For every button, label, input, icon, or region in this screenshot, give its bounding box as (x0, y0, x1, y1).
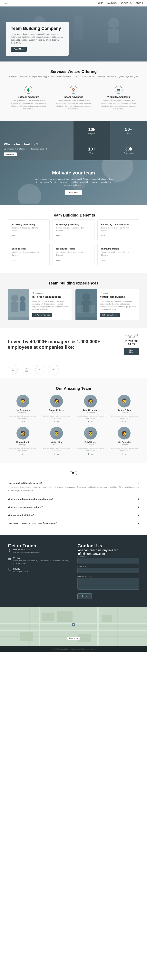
hero-section: Team Building Company Lorem ipsum dolor … (0, 6, 147, 62)
form-label-2: How can we help? (77, 575, 139, 577)
social-in-6[interactable]: in (91, 453, 93, 455)
benefit-more-link-5[interactable]: more (101, 259, 105, 261)
what-is-left: What is team building? Lorem ipsum dolor… (0, 121, 74, 160)
benefit-more-link-1[interactable]: more (56, 235, 60, 237)
contact-right-description: You can reach us anytime via info@compan… (77, 549, 139, 555)
social-in-7[interactable]: in (125, 453, 126, 455)
contact-item-content-1: OFFICE Grand Park 29th floor, office HQ … (13, 557, 70, 565)
nav-link[interactable]: HOME (96, 2, 103, 4)
hero-card: Team Building Company Lorem ipsum dolor … (6, 22, 69, 56)
social-tw-2[interactable]: t (90, 421, 90, 423)
contact-item-heading-2: PHONE (13, 568, 28, 570)
social-fb-1[interactable]: f (54, 421, 55, 423)
contact-icon-2: 📞 (8, 568, 11, 571)
stat-box-3: 30k Community (111, 141, 147, 161)
benefit-more-link-3[interactable]: more (11, 259, 16, 261)
experience-button-0[interactable]: In-Person Activities (32, 313, 52, 317)
faq-question-text-0: How much lead time do we need? (8, 482, 42, 484)
benefit-card: Improving morale Sample text. Click to s… (97, 244, 139, 265)
benefit-title-3: Building trust (11, 248, 46, 250)
nav-link[interactable]: PAGE 4 (136, 2, 143, 4)
social-in-3[interactable]: in (125, 421, 126, 423)
map-label: New York (67, 636, 80, 640)
social-tw-3[interactable]: t (123, 421, 124, 423)
social-fb-0[interactable]: f (21, 421, 21, 423)
social-tw-7[interactable]: t (123, 453, 124, 455)
benefit-more-link-2[interactable]: more (101, 235, 105, 237)
contact-left: Get in Touch 📍 I'M CHART TO US Use the c… (8, 543, 70, 599)
team-grid: 👨 Nat Reynolds Co-founder Short text abo… (8, 395, 139, 455)
social-tw-5[interactable]: t (56, 453, 57, 455)
hero-title: Team Building Company (11, 26, 64, 31)
contact-item-content-2: PHONE +1 (352) 984-1710 (13, 568, 28, 573)
benefit-card: Building trust Sample text. Click to sel… (8, 244, 50, 265)
faq-question-0[interactable]: How much lead time do we need? + (8, 482, 139, 484)
experience-image-0 (8, 290, 29, 320)
stat-number-3: 30k (125, 146, 132, 152)
team-card: 👨 Walter Lilly Manager Short text about … (42, 427, 72, 455)
svg-rect-20 (77, 305, 83, 313)
social-tw-6[interactable]: t (90, 453, 90, 455)
svg-rect-36 (102, 615, 112, 622)
hero-read-more-button[interactable]: Read More (11, 47, 27, 52)
social-fb-5[interactable]: f (54, 453, 55, 455)
company-icon-1: 📋 (22, 365, 32, 374)
stat-label-1: Team (126, 133, 131, 135)
benefit-more-link-0[interactable]: more (11, 235, 16, 237)
team-name-1: Jennie Roberts (42, 409, 72, 411)
experience-title-0: In-Person team building (32, 295, 69, 299)
social-tw-1[interactable]: t (56, 421, 57, 423)
faq-question-2[interactable]: What are your insurance options? + (8, 506, 139, 508)
experience-card: 📍 Virtual Virtual team building Lorem ip… (76, 290, 139, 320)
team-card: 👩 Ann Richmond Co-founder Short text abo… (76, 395, 106, 423)
form-input-1[interactable] (77, 568, 139, 573)
team-name-0: Nat Reynolds (8, 409, 38, 411)
experiences-section: Team building experiences 📍 In-Person In… (0, 273, 147, 328)
faq-question-3[interactable]: Who are your facilitators? + (8, 514, 139, 516)
loved-start-button[interactable]: Start Here (124, 348, 139, 355)
faq-item: What are good questions for team buildin… (8, 495, 139, 503)
social-in-2[interactable]: in (91, 421, 93, 423)
motivate-button[interactable]: learn more (65, 190, 82, 195)
social-fb-6[interactable]: f (88, 453, 89, 455)
social-in-0[interactable]: in (24, 421, 25, 423)
service-icon-1: 🏠 (70, 86, 77, 94)
company-icon-3: ◎ (49, 365, 59, 374)
map-placeholder: New York (0, 607, 147, 646)
what-is-button[interactable]: read more (4, 153, 17, 156)
social-in-1[interactable]: in (57, 421, 59, 423)
contact-item-1: 🏢 OFFICE Grand Park 29th floor, office H… (8, 557, 70, 565)
service-icon-2: 💻 (115, 86, 122, 94)
experience-button-1[interactable]: In-Person Activities (100, 313, 120, 317)
form-input-0[interactable] (77, 558, 139, 563)
team-desc-5: Short text about the team member and wha… (42, 447, 72, 451)
service-title-0: Outdoor Adventure (11, 96, 46, 99)
faq-question-4[interactable]: How do we choose the best event for our … (8, 522, 139, 524)
social-fb-3[interactable]: f (122, 421, 123, 423)
faq-question-1[interactable]: What are good questions for team buildin… (8, 498, 139, 500)
svg-rect-37 (20, 632, 33, 641)
experiences-grid: 📍 In-Person In-Person team building Lore… (8, 290, 139, 320)
social-in-5[interactable]: in (57, 453, 59, 455)
team-role-7: Manager (109, 444, 139, 446)
faq-title: FAQ (8, 471, 139, 475)
social-fb-4[interactable]: f (21, 453, 21, 455)
benefit-card: Identifying leaders Sample text. Click t… (52, 244, 94, 265)
team-name-4: Monica Pouli (8, 441, 38, 444)
social-fb-2[interactable]: f (88, 421, 89, 423)
form-label-0: First Name (77, 555, 139, 558)
social-tw-0[interactable]: t (22, 421, 23, 423)
social-tw-4[interactable]: t (22, 453, 23, 455)
team-desc-6: Short text about the team member and wha… (76, 447, 106, 451)
form-textarea-2[interactable] (77, 578, 139, 590)
nav-link[interactable]: ABOUT US (120, 2, 131, 4)
nav-link[interactable]: LANDING (107, 2, 117, 4)
company-icons-row: ⊙📋✧◎ (0, 365, 147, 379)
benefit-more-link-4[interactable]: more (56, 259, 60, 261)
social-in-4[interactable]: in (24, 453, 25, 455)
social-fb-7[interactable]: f (122, 453, 123, 455)
team-desc-3: Short text about the team member and wha… (109, 415, 139, 419)
contact-item-0: 📍 I'M CHART TO US Use the chat in the fo… (8, 549, 70, 554)
contact-submit-button[interactable]: Submit (77, 593, 92, 599)
faq-item: How much lead time do we need? + Lorem i… (8, 479, 139, 495)
